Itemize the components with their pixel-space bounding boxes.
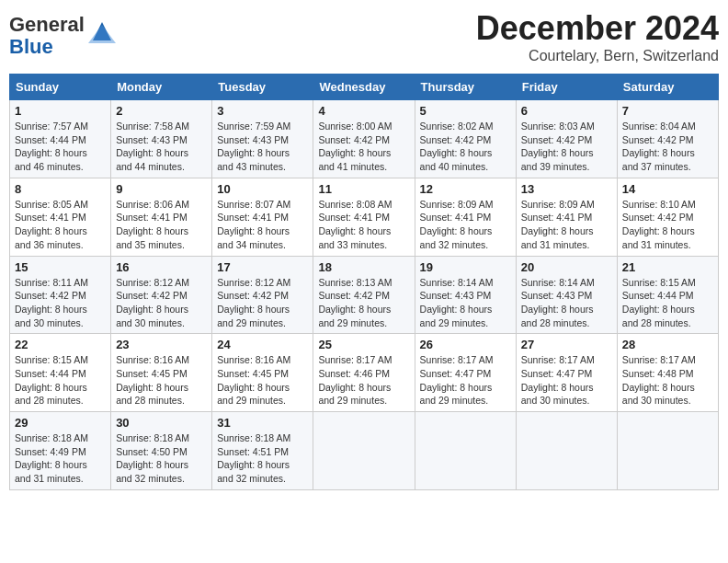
day-info: Sunrise: 8:11 AMSunset: 4:42 PMDaylight:… (15, 277, 88, 328)
calendar-cell: 21 Sunrise: 8:15 AMSunset: 4:44 PMDaylig… (617, 256, 718, 334)
day-number: 29 (15, 416, 106, 430)
day-info: Sunrise: 8:07 AMSunset: 4:41 PMDaylight:… (217, 199, 290, 250)
day-info: Sunrise: 8:04 AMSunset: 4:42 PMDaylight:… (622, 121, 696, 172)
day-number: 22 (15, 338, 106, 351)
calendar-cell: 9 Sunrise: 8:06 AMSunset: 4:41 PMDayligh… (111, 178, 212, 256)
calendar-cell: 28 Sunrise: 8:17 AMSunset: 4:48 PMDaylig… (617, 334, 718, 412)
day-info: Sunrise: 8:10 AMSunset: 4:42 PMDaylight:… (622, 199, 696, 250)
day-info: Sunrise: 8:03 AMSunset: 4:42 PMDaylight:… (521, 121, 595, 172)
day-number: 3 (217, 104, 308, 118)
day-number: 6 (521, 104, 612, 118)
day-info: Sunrise: 8:13 AMSunset: 4:42 PMDaylight:… (318, 277, 392, 328)
calendar-cell: 13 Sunrise: 8:09 AMSunset: 4:41 PMDaylig… (516, 178, 617, 256)
calendar-cell (313, 412, 415, 490)
day-info: Sunrise: 8:14 AMSunset: 4:43 PMDaylight:… (521, 277, 595, 328)
calendar-week-4: 22 Sunrise: 8:15 AMSunset: 4:44 PMDaylig… (10, 334, 719, 412)
day-number: 15 (15, 260, 106, 274)
calendar-cell: 19 Sunrise: 8:14 AMSunset: 4:43 PMDaylig… (415, 256, 516, 334)
calendar-cell (617, 412, 718, 490)
calendar-cell: 12 Sunrise: 8:09 AMSunset: 4:41 PMDaylig… (415, 178, 516, 256)
day-number: 24 (217, 338, 308, 351)
calendar-header-row: SundayMondayTuesdayWednesdayThursdayFrid… (10, 75, 719, 100)
day-number: 9 (116, 182, 207, 196)
calendar-week-2: 8 Sunrise: 8:05 AMSunset: 4:41 PMDayligh… (10, 178, 719, 256)
calendar-cell (415, 412, 516, 490)
calendar-cell: 2 Sunrise: 7:58 AMSunset: 4:43 PMDayligh… (111, 100, 212, 178)
calendar-week-5: 29 Sunrise: 8:18 AMSunset: 4:49 PMDaylig… (10, 412, 719, 490)
calendar-cell: 17 Sunrise: 8:12 AMSunset: 4:42 PMDaylig… (212, 256, 313, 334)
day-number: 25 (318, 338, 409, 351)
day-info: Sunrise: 8:16 AMSunset: 4:45 PMDaylight:… (116, 354, 189, 406)
svg-marker-1 (88, 25, 116, 43)
day-info: Sunrise: 8:17 AMSunset: 4:47 PMDaylight:… (521, 354, 595, 406)
month-title: December 2024 (476, 9, 719, 48)
calendar-table: SundayMondayTuesdayWednesdayThursdayFrid… (9, 74, 719, 490)
calendar-cell: 20 Sunrise: 8:14 AMSunset: 4:43 PMDaylig… (516, 256, 617, 334)
calendar-cell: 14 Sunrise: 8:10 AMSunset: 4:42 PMDaylig… (617, 178, 718, 256)
calendar-week-3: 15 Sunrise: 8:11 AMSunset: 4:42 PMDaylig… (10, 256, 719, 334)
header-day-saturday: Saturday (617, 75, 718, 100)
calendar-cell: 24 Sunrise: 8:16 AMSunset: 4:45 PMDaylig… (212, 334, 313, 412)
calendar-cell: 5 Sunrise: 8:02 AMSunset: 4:42 PMDayligh… (415, 100, 516, 178)
day-info: Sunrise: 8:17 AMSunset: 4:47 PMDaylight:… (420, 354, 494, 406)
title-area: December 2024 Courtelary, Bern, Switzerl… (476, 9, 719, 64)
calendar-cell: 26 Sunrise: 8:17 AMSunset: 4:47 PMDaylig… (415, 334, 516, 412)
day-info: Sunrise: 8:00 AMSunset: 4:42 PMDaylight:… (318, 121, 392, 172)
calendar-cell: 4 Sunrise: 8:00 AMSunset: 4:42 PMDayligh… (313, 100, 415, 178)
day-info: Sunrise: 8:15 AMSunset: 4:44 PMDaylight:… (15, 354, 88, 406)
calendar-cell: 29 Sunrise: 8:18 AMSunset: 4:49 PMDaylig… (10, 412, 111, 490)
calendar-cell: 15 Sunrise: 8:11 AMSunset: 4:42 PMDaylig… (10, 256, 111, 334)
day-number: 18 (318, 260, 409, 274)
logo: General Blue (9, 14, 116, 58)
header-day-wednesday: Wednesday (313, 75, 415, 100)
location-subtitle: Courtelary, Bern, Switzerland (476, 48, 719, 64)
day-number: 1 (15, 104, 106, 118)
day-info: Sunrise: 8:18 AMSunset: 4:49 PMDaylight:… (15, 432, 88, 484)
calendar-cell: 25 Sunrise: 8:17 AMSunset: 4:46 PMDaylig… (313, 334, 415, 412)
calendar-cell: 6 Sunrise: 8:03 AMSunset: 4:42 PMDayligh… (516, 100, 617, 178)
calendar-cell: 11 Sunrise: 8:08 AMSunset: 4:41 PMDaylig… (313, 178, 415, 256)
day-number: 23 (116, 338, 207, 351)
calendar-cell (516, 412, 617, 490)
day-number: 16 (116, 260, 207, 274)
logo-line2: Blue (9, 36, 85, 58)
day-number: 13 (521, 182, 612, 196)
day-number: 21 (622, 260, 713, 274)
calendar-cell: 10 Sunrise: 8:07 AMSunset: 4:41 PMDaylig… (212, 178, 313, 256)
day-info: Sunrise: 8:05 AMSunset: 4:41 PMDaylight:… (15, 199, 88, 250)
day-number: 8 (15, 182, 106, 196)
day-info: Sunrise: 8:09 AMSunset: 4:41 PMDaylight:… (420, 199, 494, 250)
day-info: Sunrise: 8:14 AMSunset: 4:43 PMDaylight:… (420, 277, 494, 328)
day-number: 12 (420, 182, 511, 196)
day-info: Sunrise: 8:02 AMSunset: 4:42 PMDaylight:… (420, 121, 494, 172)
header-day-monday: Monday (111, 75, 212, 100)
day-info: Sunrise: 8:16 AMSunset: 4:45 PMDaylight:… (217, 354, 290, 406)
day-number: 28 (622, 338, 713, 351)
calendar-week-1: 1 Sunrise: 7:57 AMSunset: 4:44 PMDayligh… (10, 100, 719, 178)
page-header: General Blue December 2024 Courtelary, B… (9, 9, 719, 64)
day-number: 20 (521, 260, 612, 274)
day-number: 31 (217, 416, 308, 430)
calendar-cell: 23 Sunrise: 8:16 AMSunset: 4:45 PMDaylig… (111, 334, 212, 412)
calendar-cell: 16 Sunrise: 8:12 AMSunset: 4:42 PMDaylig… (111, 256, 212, 334)
day-info: Sunrise: 8:15 AMSunset: 4:44 PMDaylight:… (622, 277, 696, 328)
day-info: Sunrise: 7:57 AMSunset: 4:44 PMDaylight:… (15, 121, 88, 172)
day-info: Sunrise: 7:58 AMSunset: 4:43 PMDaylight:… (116, 121, 189, 172)
day-info: Sunrise: 8:09 AMSunset: 4:41 PMDaylight:… (521, 199, 595, 250)
day-number: 30 (116, 416, 207, 430)
day-number: 27 (521, 338, 612, 351)
day-info: Sunrise: 8:12 AMSunset: 4:42 PMDaylight:… (116, 277, 189, 328)
day-info: Sunrise: 8:18 AMSunset: 4:50 PMDaylight:… (116, 432, 189, 484)
calendar-cell: 31 Sunrise: 8:18 AMSunset: 4:51 PMDaylig… (212, 412, 313, 490)
calendar-cell: 3 Sunrise: 7:59 AMSunset: 4:43 PMDayligh… (212, 100, 313, 178)
calendar-cell: 7 Sunrise: 8:04 AMSunset: 4:42 PMDayligh… (617, 100, 718, 178)
day-number: 19 (420, 260, 511, 274)
day-info: Sunrise: 8:08 AMSunset: 4:41 PMDaylight:… (318, 199, 392, 250)
calendar-cell: 18 Sunrise: 8:13 AMSunset: 4:42 PMDaylig… (313, 256, 415, 334)
calendar-cell: 22 Sunrise: 8:15 AMSunset: 4:44 PMDaylig… (10, 334, 111, 412)
day-info: Sunrise: 8:12 AMSunset: 4:42 PMDaylight:… (217, 277, 290, 328)
day-number: 2 (116, 104, 207, 118)
day-info: Sunrise: 7:59 AMSunset: 4:43 PMDaylight:… (217, 121, 290, 172)
day-number: 26 (420, 338, 511, 351)
day-number: 7 (622, 104, 713, 118)
